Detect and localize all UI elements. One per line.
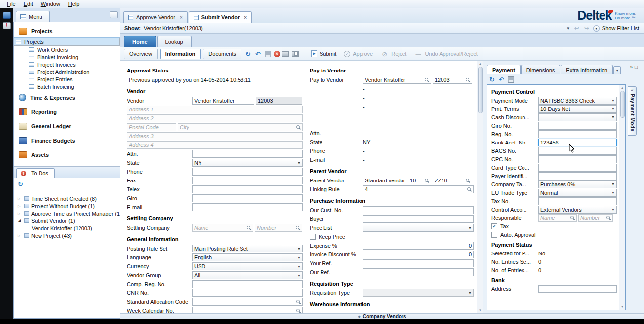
lookup-icon[interactable] — [296, 308, 301, 313]
preview-icon[interactable] — [291, 50, 300, 58]
panel-tab-payment[interactable]: Payment — [487, 65, 521, 74]
panel-tab-dimensions[interactable]: Dimensions — [521, 65, 560, 74]
panel-refresh-icon[interactable]: ↻ — [488, 75, 496, 84]
giro-no-input[interactable] — [538, 122, 617, 130]
print-icon[interactable] — [282, 50, 290, 58]
responsible-input[interactable]: Name — [538, 214, 577, 222]
form-tab-documents[interactable]: Documents — [203, 49, 242, 59]
expand-triangle-icon[interactable]: ▷ — [18, 212, 22, 216]
attn-input[interactable] — [192, 150, 303, 158]
menu-edit[interactable]: Edit — [20, 0, 37, 7]
pay-to-vendor-input[interactable]: 12003 — [433, 76, 472, 84]
lookup-icon[interactable] — [570, 216, 575, 220]
sidebar-item-project-invoices[interactable]: Project Invoices — [14, 61, 120, 68]
reg-no-input[interactable] — [538, 130, 617, 138]
lookup-icon[interactable] — [246, 225, 251, 230]
posting-rule-set-select[interactable]: Main Posting Rule Set▼ — [192, 245, 303, 252]
address-1-input[interactable]: Address 1 — [127, 106, 303, 113]
scroll-up-icon[interactable]: ▲ — [479, 61, 482, 66]
e-mail-input[interactable] — [192, 203, 303, 211]
todo-item-vendor-kristoffer-12003[interactable]: Vendor Kristoffer (12003) — [14, 224, 120, 232]
telex-input[interactable] — [192, 185, 303, 193]
panel-vertical-scrollbar[interactable]: ▲ ▼ — [619, 85, 625, 310]
sidebar-item-batch-invoicing[interactable]: Batch Invoicing — [14, 83, 120, 90]
linking-rule-input[interactable]: 4 — [363, 185, 474, 193]
show-filter-list-button[interactable]: ▼ Show Filter List — [593, 25, 639, 32]
filter-combobox[interactable]: Vendor Kristoffer(12003) ▼ — [144, 25, 570, 31]
workspace-tab-submit-vendor[interactable]: Submit Vendor× — [189, 11, 252, 23]
sidebar-section-reporting[interactable]: Reporting — [14, 105, 120, 119]
sidebar-section-general-ledger[interactable]: General Ledger — [14, 119, 120, 133]
submit-button[interactable]: Submit — [308, 50, 339, 57]
settling-company-input[interactable]: Name — [192, 224, 253, 232]
expense-input[interactable]: 0 — [363, 242, 474, 250]
responsible-input[interactable]: Number — [578, 214, 613, 222]
our-ref-input[interactable] — [363, 268, 474, 276]
parent-vendor-input[interactable]: ZZ10 — [433, 177, 472, 184]
todo-item-project-without-budget-1[interactable]: ▷Project Without Budget (1) — [14, 202, 120, 210]
scrollbar-thumb[interactable] — [478, 67, 483, 113]
vendor-group-select[interactable]: All▼ — [192, 271, 303, 279]
expand-triangle-icon[interactable]: ▷ — [18, 204, 22, 208]
nav-back-icon[interactable]: ↩ — [573, 25, 580, 32]
currency-select[interactable]: USD▼ — [192, 262, 303, 270]
main-vertical-scrollbar[interactable]: ▲ ▼ — [477, 61, 483, 313]
workspace-tab-approve-vendor[interactable]: Approve Vendor× — [123, 11, 188, 23]
panel-tab-extra-information[interactable]: Extra Information — [561, 65, 613, 74]
pmt-terms-select[interactable]: 10 Days Net▼ — [538, 105, 617, 113]
lookup-icon[interactable] — [296, 125, 301, 130]
our-cust-no-input[interactable] — [363, 206, 474, 214]
address-4-input[interactable]: Address 4 — [127, 141, 303, 149]
fax-input[interactable] — [192, 177, 303, 184]
pay-to-vendor-input[interactable]: Vendor Kristoffer — [363, 76, 431, 84]
undo-icon[interactable]: ↶ — [254, 50, 262, 58]
sidebar-section-projects[interactable]: Projects — [14, 24, 120, 38]
lookup-icon[interactable] — [424, 178, 429, 183]
lookup-icon[interactable] — [467, 187, 472, 192]
bacs-no-input[interactable] — [538, 147, 617, 155]
bottom-panel-header[interactable]: ◆ Company Vendors — [120, 313, 644, 319]
close-tab-icon[interactable]: × — [244, 15, 247, 20]
app-icon[interactable] — [3, 12, 11, 19]
todo-item-new-project-43[interactable]: ▷New Project (43) — [14, 232, 120, 239]
sidebar-section-assets[interactable]: Assets — [14, 147, 120, 162]
lookup-icon[interactable] — [424, 77, 429, 82]
lookup-icon[interactable] — [606, 216, 611, 220]
menu-help[interactable]: Help — [64, 0, 83, 7]
cpc-no-input[interactable] — [538, 155, 617, 163]
menu-tab[interactable]: Menu — [16, 11, 50, 22]
lookup-icon[interactable] — [295, 225, 300, 230]
state-select[interactable]: NY▼ — [192, 159, 303, 167]
week-calendar-no-input[interactable] — [192, 307, 303, 313]
vendor-input[interactable]: Vendor Kristoffer — [192, 97, 254, 105]
nav-forward-icon[interactable]: ↪ — [583, 25, 590, 32]
menu-window[interactable]: Window — [37, 0, 64, 7]
todos-tab[interactable]: ! To-Dos — [16, 168, 55, 178]
view-tab-lookup[interactable]: Lookup — [157, 36, 192, 47]
address-input[interactable] — [538, 285, 617, 293]
address-2-input[interactable]: Address 2 — [127, 114, 303, 122]
postal-code-input[interactable]: Postal Code — [127, 123, 176, 131]
standard-allocation-code-input[interactable] — [192, 298, 303, 306]
delete-icon[interactable]: × — [274, 51, 280, 57]
scroll-down-icon[interactable]: ▼ — [479, 308, 482, 313]
combobox-arrow-icon[interactable]: ▼ — [566, 26, 570, 31]
alert-icon[interactable]: ! — [3, 22, 11, 29]
form-tab-overview[interactable]: Overview — [124, 49, 158, 59]
refresh-icon[interactable]: ↻ — [244, 50, 252, 58]
sidebar-collapse-button[interactable]: — — [110, 11, 118, 18]
company-ta-select[interactable]: Purchases 0%▼ — [538, 180, 617, 188]
keep-price-checkbox[interactable] — [310, 234, 316, 240]
expand-triangle-icon[interactable]: ▷ — [18, 197, 22, 201]
eu-trade-type-select[interactable]: Normal▼ — [538, 189, 617, 197]
invoice-discount-input[interactable]: 0 — [363, 251, 474, 258]
sidebar-item-blanket-invoicing[interactable]: Blanket Invoicing — [14, 53, 120, 61]
todo-item-submit-vendor-1[interactable]: ◢Submit Vendor (1) — [14, 217, 120, 224]
cnr-no-input[interactable] — [192, 289, 303, 297]
control-acco-select[interactable]: External Vendors▼ — [538, 206, 617, 214]
bank-acct-no-input[interactable]: 123456 — [538, 139, 617, 146]
panel-undo-icon[interactable]: ↶ — [497, 75, 506, 84]
parent-vendor-input[interactable]: Standard vendor - 10 — [363, 177, 431, 184]
giro-input[interactable] — [192, 194, 303, 202]
lookup-icon[interactable] — [465, 77, 470, 82]
